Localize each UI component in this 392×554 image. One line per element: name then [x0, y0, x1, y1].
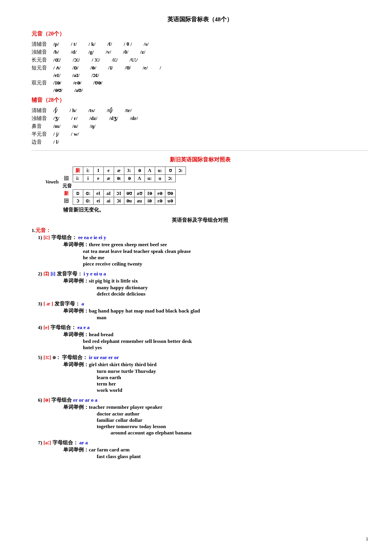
fuyin-bian-label: 边音	[32, 138, 53, 146]
sym-u-long: /Uː/	[129, 57, 138, 63]
comp-new-label2: 新	[60, 190, 73, 197]
qing-fuyin-syms: /p/ / t/ / k/ /f/ / θ / /s/	[53, 41, 148, 47]
sym-dzh: /dʒ/	[109, 115, 118, 122]
zhuo-fuyin-label: 浊辅音	[32, 49, 53, 56]
comp-o: ɔ:	[175, 167, 186, 175]
compare-vowels-new-row: Vowels 旧 i: i e æ ə: ə Λ u: u ɔ:	[43, 175, 186, 182]
sym-d: /d/	[71, 49, 76, 55]
fuyin-qing-syms: /ʃ/ / h/ /ts/ /tʃ/ /tr/	[53, 107, 131, 114]
comp-old-ia: iə	[144, 197, 155, 205]
sym-k: / k/	[88, 41, 96, 47]
comp-old-ei: ei	[93, 197, 103, 205]
vowel-1-sym: [iː]	[43, 234, 50, 240]
duan-yuanyin-label: 短元音	[32, 64, 53, 71]
sym-u-short: /ʊ/	[125, 65, 131, 71]
sym-ia: /ɪə/	[53, 80, 61, 86]
vowel-1-ex2: eat tea meat leave lead teacher speak cl…	[83, 248, 368, 255]
vowel-5-ex3: learn earth	[97, 374, 368, 381]
sym-v: /v/	[106, 49, 111, 55]
vowel-2-num: 2)	[38, 271, 42, 277]
sym-zh: /ʒ/	[53, 115, 59, 122]
vowel-4-ex2: bed red elephant remember sell lesson be…	[83, 338, 368, 344]
comp-wedge: Λ	[144, 167, 155, 175]
combo-section-title: 英语音标及字母组合对照	[32, 217, 368, 224]
vowel-item-5: 5) [3ː] ə： 字母组合： ir ur ear er or 单词举例：gi…	[32, 354, 368, 393]
fuyin-qing-row: 清辅音 /ʃ/ / h/ /ts/ /tʃ/ /tr/	[32, 107, 368, 114]
examples-section: 1.元音： 1) [iː] 字母组合： ee ea e ie ei y 单词举例…	[32, 227, 368, 460]
fuyin-zhuo-row: 浊辅音 /ʒ/ / r/ /dz/ /dʒ/ /dr/	[32, 115, 368, 122]
comp-new-a: ɑ:	[83, 190, 93, 197]
vowel-6-ex-label: 单词举例：teacher remember player speaker	[63, 404, 368, 411]
sym-eth: /ð/	[123, 49, 128, 55]
comp-old-ae: æ	[103, 175, 114, 182]
comp-old-d: ɔ	[73, 197, 83, 205]
vowel-1-header: 1.元音：	[32, 227, 368, 234]
vowel-4-combos: ea e a	[77, 324, 90, 330]
vowel-5-line: 5) [3ː] ə： 字母组合： ir ur ear er or	[38, 354, 368, 361]
sym-ea: /eə/	[73, 80, 81, 86]
comp-old-3: ə:	[114, 175, 124, 182]
vowel-6-ex3: familiar collar dollar	[97, 417, 368, 423]
sym-m: /m/	[53, 123, 60, 129]
sym-ao: /aʊ/	[74, 87, 83, 94]
shuang-yuanyin-syms: /ɪə/ /eə/ /ʊə/	[53, 80, 102, 86]
vowel-5-combo-label: 字母组合：	[62, 354, 88, 360]
vowel-2-line: 2) [Ɪ] [i] 发音字母： i y e ui u a	[38, 270, 368, 277]
sym-sh: /ʃ/	[53, 107, 58, 114]
vowel-7-sym: [aː]	[43, 440, 51, 445]
vowel-2-ex3: defect decide delicious	[97, 291, 368, 297]
sym-p: /p/	[53, 41, 59, 47]
comp-new-ea: eə	[155, 190, 165, 197]
vowel-5-ex1: girl shirt skirt thirty third bird	[89, 361, 157, 367]
compare-old-diphthong: 旧 ɔ ɑ: ei ai ɔi əu au iə εə uə	[43, 197, 186, 205]
sym-dr: /dr/	[130, 115, 138, 122]
vowel-1-line: 1) [iː] 字母组合： ee ea e ie ei y	[38, 234, 368, 241]
vowel-item-7: 7) [aː] 字母组合： ar a 单词举例：car farm card ar…	[32, 439, 368, 460]
vowel-item-6: 6) [ə] 字母组合 er or ar o a 单词举例：teacher re…	[32, 397, 368, 436]
sym-a-long: /ɑː/	[53, 57, 61, 63]
sym-n: /n/	[72, 123, 78, 129]
vowel-6-ex1: teacher remember player speaker	[89, 404, 162, 410]
sym-j: / j/	[53, 131, 59, 137]
vowel-7-combos: ar a	[79, 440, 88, 445]
compare-yuanyin-row: 元音	[43, 182, 186, 190]
comp-i: I	[93, 167, 103, 175]
comp-old-ea: εə	[155, 197, 165, 205]
vowel-1-phoneme: 元音：	[36, 227, 51, 233]
chang-yuanyin-syms: /ɑː/ /ɔː/ / 3ː/ /iː/ /Uː/	[53, 57, 138, 63]
comp-new-label: 新	[73, 167, 83, 175]
sym-g: /g/	[88, 49, 94, 55]
chang-yuanyin-row: 长元音 /ɑː/ /ɔː/ / 3ː/ /iː/ /Uː/	[32, 56, 368, 64]
comp-ae: æ	[114, 167, 124, 175]
comp-old-u-long: u:	[144, 175, 155, 182]
sym-ai: /aɪ/	[72, 72, 80, 79]
comp-old-u: u	[155, 175, 165, 182]
fuyin-ban-row: 半元音 / j/ / w/	[32, 131, 368, 138]
sym-schwa-s: /ə/	[90, 65, 96, 71]
sym-b: /b/	[53, 49, 59, 55]
duan-yuanyin-syms2: /eɪ/ /aɪ/ /ɔɪ/	[53, 72, 99, 79]
vowel-5-num: 5)	[38, 354, 42, 360]
vowel-3-ex-label: 单词举例：bag hand happy hat map mad bad blac…	[63, 307, 368, 314]
comp-ulong: u:	[155, 167, 165, 175]
shuang-yuanyin-label: 双元音	[32, 79, 53, 86]
vowel-4-line: 4) [e] 字母组合： ea e a	[38, 324, 368, 331]
vowel-4-num: 4)	[38, 324, 42, 330]
compare-header-row: 新 i: I e æ 3: ə Λ u: ʊ ɔ:	[43, 167, 186, 175]
fuyin-qing-label: 清辅音	[32, 107, 53, 114]
sym-ua: /ʊə/	[93, 80, 102, 86]
vowel-2-ex-label: 单词举例：sit pig big it is little six	[63, 277, 368, 284]
vowel-7-combo-label: 字母组合：	[53, 440, 78, 445]
divider1	[32, 150, 368, 151]
zhuo-fuyin-row: 浊辅音 /b/ /d/ /g/ /v/ /ð/ /z/	[32, 49, 368, 56]
fuyin-section-title: 辅音（28个）	[32, 97, 368, 104]
shuang-yuanyin-row2: /əʊ/ /aʊ/	[32, 87, 368, 94]
compare-new-diphthong: 新 ɒ ɑ: eI aI ɔI əʊ aʊ Iə eə ʊə	[43, 190, 186, 197]
comp-u: ʊ	[165, 167, 175, 175]
fuyin-bi-row: 鼻音 /m/ /n/ /ŋ/	[32, 123, 368, 130]
sym-z: /z/	[140, 49, 145, 55]
vowel-7-num: 7)	[38, 440, 42, 445]
comp-empty4	[43, 197, 60, 205]
vowel-6-ex4: together tomorrow today lesson	[97, 423, 368, 430]
vowel-3-num: 3)	[38, 301, 42, 307]
